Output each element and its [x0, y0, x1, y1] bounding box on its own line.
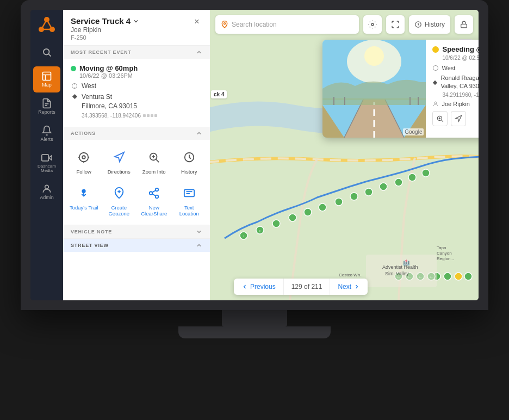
- svg-point-85: [371, 23, 374, 26]
- pagination-prev-button[interactable]: Previous: [234, 279, 283, 295]
- svg-point-47: [289, 214, 296, 221]
- map-toolbar: Search location: [215, 15, 473, 34]
- street-view-chevron: [196, 242, 202, 249]
- action-create-geozone[interactable]: Create Geozone: [104, 181, 135, 219]
- sidebar-item-admin[interactable]: Admin: [33, 179, 60, 205]
- street-view-header[interactable]: STREET VIEW: [63, 239, 210, 252]
- svg-rect-96: [333, 97, 334, 105]
- event-popup: Google Speeding @ 75mph 10/6/22 @ 02:50P…: [322, 40, 479, 138]
- action-follow[interactable]: Follow: [69, 145, 100, 177]
- monitor-stand-top: [222, 310, 287, 326]
- pagination-bar: Previous 129 of 211 Next: [234, 279, 368, 295]
- panel-driver: Joe Ripkin: [71, 26, 139, 34]
- svg-line-36: [152, 190, 156, 193]
- popup-navigate-button[interactable]: [451, 111, 466, 126]
- svg-rect-11: [42, 155, 49, 161]
- collapse-icon[interactable]: [196, 49, 202, 55]
- logo: [36, 14, 58, 36]
- action-clearshare[interactable]: New ClearShare: [139, 181, 170, 219]
- action-text-location[interactable]: Text Location: [174, 181, 205, 219]
- sidebar-item-dashcam[interactable]: Dashcam Media: [33, 148, 60, 178]
- prev-chevron-icon: [241, 283, 248, 290]
- popup-address: Ronald Reagan Fwy, Simi Valley, CA 93065: [440, 74, 479, 90]
- panel-close-button[interactable]: ×: [191, 16, 202, 27]
- monitor-stand-base: [178, 326, 331, 338]
- gear-icon: [368, 20, 377, 29]
- popup-directions-icon: [455, 115, 462, 122]
- vehicle-note-section: VEHICLE NOTE: [63, 225, 210, 238]
- svg-point-60: [464, 273, 472, 280]
- action-history[interactable]: History: [174, 145, 205, 177]
- compass-icon: [71, 82, 78, 90]
- popup-event-label: Speeding @ 75mph: [442, 45, 479, 53]
- pagination-next-button[interactable]: Next: [330, 279, 368, 295]
- trail-icon-wrap: [74, 183, 94, 203]
- svg-point-56: [422, 169, 430, 177]
- sidebar-item-reports-label: Reports: [38, 110, 55, 115]
- sidebar-item-map[interactable]: Map: [33, 66, 60, 92]
- history-action-label: History: [181, 169, 197, 175]
- speed-dot: [432, 46, 439, 53]
- svg-rect-87: [461, 24, 467, 27]
- svg-text:Adventist Health: Adventist Health: [382, 264, 418, 270]
- fullscreen-button[interactable]: [386, 15, 405, 34]
- todays-trail-label: Today's Trail: [70, 205, 98, 211]
- action-zoom-into[interactable]: Zoom Into: [139, 145, 170, 177]
- svg-point-33: [150, 192, 153, 195]
- vehicle-note-header[interactable]: VEHICLE NOTE: [63, 225, 210, 238]
- action-directions[interactable]: Directions: [104, 145, 135, 177]
- popup-compass-icon: [432, 65, 439, 71]
- svg-text:Costco Wh...: Costco Wh...: [339, 273, 364, 277]
- svg-marker-16: [72, 94, 77, 98]
- svg-point-54: [395, 178, 402, 186]
- truck-map-label: ck 4: [211, 90, 227, 98]
- sidebar-item-reports[interactable]: Reports: [33, 94, 60, 120]
- actions-header: ACTIONS: [63, 127, 210, 140]
- collapse-actions-icon[interactable]: [196, 130, 202, 137]
- zoom-into-label: Zoom Into: [142, 169, 166, 175]
- svg-point-12: [45, 186, 49, 189]
- popup-driver: Joe Ripkin: [442, 100, 469, 108]
- monitor-body: Map Reports: [21, 0, 488, 310]
- settings-button[interactable]: [363, 15, 382, 34]
- action-todays-trail[interactable]: Today's Trail: [69, 181, 100, 219]
- svg-point-58: [444, 273, 451, 280]
- street-view-section: STREET VIEW: [63, 238, 210, 252]
- search-bar[interactable]: Search location: [215, 15, 359, 34]
- coord-dots: [143, 114, 157, 117]
- panel-header: Service Truck 4 Joe Ripkin F-250 ×: [63, 10, 210, 46]
- svg-line-7: [48, 54, 51, 56]
- history-button[interactable]: History: [409, 15, 450, 34]
- svg-point-100: [433, 66, 438, 71]
- svg-point-29: [83, 190, 86, 193]
- popup-time: 10/6/22 @ 02:50PM: [442, 55, 479, 61]
- svg-marker-23: [115, 152, 124, 161]
- most-recent-event-header: MOST RECENT EVENT: [63, 46, 210, 59]
- svg-point-53: [380, 183, 387, 190]
- popup-direction-row: West: [432, 64, 479, 72]
- next-chevron-icon: [353, 283, 360, 290]
- follow-icon-wrap: [74, 147, 94, 167]
- event-row: Moving @ 60mph 10/6/22 @ 03:26PM: [71, 64, 202, 79]
- expand-icon: [391, 20, 400, 29]
- zoom-icon-wrap: [144, 147, 164, 167]
- vehicle-note-chevron: [196, 228, 202, 235]
- vehicle-panel: Service Truck 4 Joe Ripkin F-250 × MOST …: [63, 10, 210, 300]
- chevron-down-icon[interactable]: [133, 18, 139, 24]
- address-group: Ventura St Fillmore, CA 93015 34.393568,…: [71, 92, 202, 119]
- sidebar-item-alerts[interactable]: Alerts: [33, 121, 60, 147]
- popup-zoom-button[interactable]: [432, 111, 448, 126]
- popup-info: Speeding @ 75mph 10/6/22 @ 02:50PM West: [426, 40, 479, 138]
- sidebar-search-button[interactable]: [36, 41, 58, 63]
- svg-point-49: [319, 203, 326, 211]
- svg-text:Simi Valley: Simi Valley: [385, 271, 409, 276]
- svg-point-48: [304, 208, 312, 216]
- lock-button[interactable]: [455, 15, 473, 34]
- text-location-icon-wrap: [179, 183, 199, 203]
- panel-vehicle-id: F-250: [71, 34, 139, 41]
- svg-text:🏥: 🏥: [403, 259, 410, 266]
- sidebar-item-alerts-label: Alerts: [40, 137, 53, 143]
- search-placeholder: Search location: [232, 21, 353, 28]
- popup-coords: 34.2911960, -118.8110880: [442, 92, 479, 98]
- svg-point-52: [365, 188, 373, 196]
